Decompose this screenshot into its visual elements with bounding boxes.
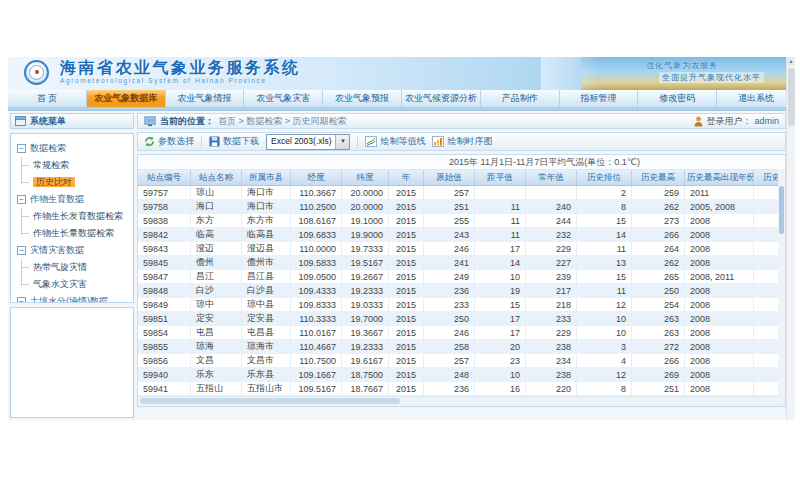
column-header[interactable]: 站点名称 bbox=[191, 170, 242, 186]
tree-item-label[interactable]: 作物生长量数据检索 bbox=[33, 228, 114, 238]
table-row[interactable]: 59758海口海口市110.250020.0000201525111240826… bbox=[138, 200, 786, 214]
user-icon bbox=[694, 116, 703, 127]
column-header[interactable]: 站点编号 bbox=[138, 170, 191, 186]
column-header[interactable]: 历史最高 bbox=[632, 170, 685, 186]
tree-group-label[interactable]: 作物生育数据 bbox=[30, 193, 84, 206]
collapse-icon[interactable]: − bbox=[17, 246, 26, 255]
tree-item[interactable]: 历史比对 bbox=[11, 174, 133, 191]
nav-item[interactable]: 农业气象情报 bbox=[166, 90, 245, 107]
app-title-block: 海南省农业气象业务服务系统 Agrometeorological System … bbox=[60, 59, 301, 85]
table-cell: 白沙县 bbox=[242, 284, 291, 298]
tree-group-label[interactable]: 灾情灾害数据 bbox=[30, 244, 84, 257]
column-header[interactable]: 纬度 bbox=[342, 170, 389, 186]
scrollbar-thumb[interactable] bbox=[140, 398, 400, 404]
param-select-button[interactable]: 参数选择 bbox=[144, 135, 194, 148]
nav-item[interactable]: 农业气象灾害 bbox=[244, 90, 323, 107]
nav-item[interactable]: 退出系统 bbox=[717, 90, 795, 107]
table-cell: 琼中县 bbox=[242, 298, 291, 312]
table-row[interactable]: 59940乐东乐东县109.166718.7500201524810238122… bbox=[138, 368, 786, 382]
table-cell: 2015 bbox=[389, 368, 424, 382]
tree-item-label[interactable]: 历史比对 bbox=[33, 177, 75, 187]
column-header[interactable]: 年 bbox=[389, 170, 424, 186]
table-cell: 10 bbox=[475, 368, 526, 382]
collapse-icon[interactable]: − bbox=[17, 297, 26, 303]
table-row[interactable]: 59848白沙白沙县109.433319.2333201523619217112… bbox=[138, 284, 786, 298]
table-cell: 15 bbox=[577, 214, 632, 228]
breadcrumb[interactable]: 首页 > 数据检索 > 历史同期检索 bbox=[218, 115, 347, 128]
nav-item[interactable]: 首 页 bbox=[8, 90, 87, 107]
tree-item[interactable]: 气象水文灾害 bbox=[11, 276, 133, 293]
nav-item[interactable]: 指标管理 bbox=[560, 90, 639, 107]
table-cell: 11 bbox=[577, 284, 632, 298]
table-cell: 定安 bbox=[191, 312, 242, 326]
nav-item[interactable]: 产品制作 bbox=[481, 90, 560, 107]
table-cell: 海口 bbox=[191, 200, 242, 214]
table-cell: 11 bbox=[475, 200, 526, 214]
nav-item[interactable]: 修改密码 bbox=[638, 90, 717, 107]
column-header[interactable]: 距平值 bbox=[475, 170, 526, 186]
page-scrollbar[interactable]: ▲ bbox=[786, 57, 795, 420]
column-header[interactable]: 历史排位 bbox=[577, 170, 632, 186]
table-row[interactable]: 59849琼中琼中县109.833319.0333201523315218122… bbox=[138, 298, 786, 312]
table-row[interactable]: 59854屯昌屯昌县110.016719.3667201524617229102… bbox=[138, 326, 786, 340]
draw-timeseries-button[interactable]: 绘制时序图 bbox=[432, 135, 492, 148]
collapse-icon[interactable]: − bbox=[17, 195, 26, 204]
table-row[interactable]: 59757琼山海口市110.366720.0000201525722592011… bbox=[138, 186, 786, 200]
table-row[interactable]: 59842临高临高县109.683319.9000201524311232142… bbox=[138, 228, 786, 242]
download-button[interactable]: 数据下载 bbox=[209, 135, 259, 148]
login-user-box: 登录用户： admin bbox=[694, 115, 779, 128]
table-cell: 251 bbox=[424, 200, 475, 214]
table-cell: 236 bbox=[424, 284, 475, 298]
tree-item[interactable]: 常规检索 bbox=[11, 157, 133, 174]
column-header[interactable]: 所属市县 bbox=[242, 170, 291, 186]
table-row[interactable]: 59838东方东方市108.616719.1000201525511244152… bbox=[138, 214, 786, 228]
column-header[interactable]: 常年值 bbox=[526, 170, 577, 186]
scrollbar-thumb[interactable] bbox=[788, 68, 795, 126]
table-horizontal-scrollbar[interactable] bbox=[138, 396, 780, 406]
tree-item[interactable]: 热带气旋灾情 bbox=[11, 259, 133, 276]
table-cell: 236 bbox=[424, 382, 475, 396]
table-row[interactable]: 59855琼海琼海市110.466719.2333201525820238327… bbox=[138, 340, 786, 354]
table-row[interactable]: 59941五指山五指山市109.516718.76672015236162208… bbox=[138, 382, 786, 396]
draw-contour-button[interactable]: 绘制等值线 bbox=[365, 135, 425, 148]
tree-item[interactable]: 作物生长量数据检索 bbox=[11, 225, 133, 242]
table-cell: 2008 bbox=[685, 382, 754, 396]
app-header: 海南省农业气象业务服务系统 Agrometeorological System … bbox=[8, 57, 795, 90]
table-cell: 2011 bbox=[685, 186, 754, 200]
table-row[interactable]: 59847昌江昌江县109.050019.2667201524910239152… bbox=[138, 270, 786, 284]
nav-item[interactable]: 农业气候资源分析 bbox=[402, 90, 481, 107]
table-row[interactable]: 59851定安定安县110.333319.7000201525017233102… bbox=[138, 312, 786, 326]
app-window: 海南省农业气象业务服务系统 Agrometeorological System … bbox=[8, 57, 795, 420]
table-cell: 10 bbox=[577, 326, 632, 340]
column-header[interactable]: 经度 bbox=[291, 170, 342, 186]
table-row[interactable]: 59856文昌文昌市110.750019.6167201525723234426… bbox=[138, 354, 786, 368]
nav-item[interactable]: 农业气象数据库 bbox=[87, 90, 166, 107]
tree-item-label[interactable]: 作物生长发育数据检索 bbox=[33, 211, 123, 221]
tree-group-label[interactable]: 数据检索 bbox=[30, 142, 66, 155]
nav-item[interactable]: 农业气象预报 bbox=[323, 90, 402, 107]
table-cell: 13 bbox=[577, 256, 632, 270]
table-cell: 五指山市 bbox=[242, 382, 291, 396]
tree-item-label[interactable]: 热带气旋灾情 bbox=[33, 262, 87, 272]
column-header[interactable]: 历史最高出现年份 bbox=[685, 170, 754, 186]
collapse-icon[interactable]: − bbox=[17, 144, 26, 153]
page-title: 海南省农业气象业务服务系统 bbox=[60, 59, 301, 77]
table-cell: 儋州市 bbox=[242, 256, 291, 270]
table-cell: 10 bbox=[475, 270, 526, 284]
table-cell: 243 bbox=[424, 228, 475, 242]
table-cell: 琼海 bbox=[191, 340, 242, 354]
table-vertical-scrollbar[interactable] bbox=[778, 169, 785, 397]
column-header[interactable]: 原始值 bbox=[424, 170, 475, 186]
table-row[interactable]: 59843澄迈澄迈县110.000019.7333201524617229112… bbox=[138, 242, 786, 256]
table-cell: 2015 bbox=[389, 326, 424, 340]
tree-item-label[interactable]: 气象水文灾害 bbox=[33, 279, 87, 289]
table-cell: 19.2333 bbox=[342, 284, 389, 298]
tree-group-label[interactable]: 土壤水分(墒情)数据 bbox=[30, 295, 108, 303]
tree-item-label[interactable]: 常规检索 bbox=[33, 160, 69, 170]
format-select[interactable]: Excel 2003(.xls) ▼ bbox=[266, 134, 350, 150]
scrollbar-thumb[interactable] bbox=[779, 186, 784, 234]
scroll-up-icon[interactable]: ▲ bbox=[787, 57, 795, 66]
tree-item[interactable]: 作物生长发育数据检索 bbox=[11, 208, 133, 225]
table-cell: 229 bbox=[526, 326, 577, 340]
table-row[interactable]: 59845儋州儋州市109.583319.5167201524114227132… bbox=[138, 256, 786, 270]
